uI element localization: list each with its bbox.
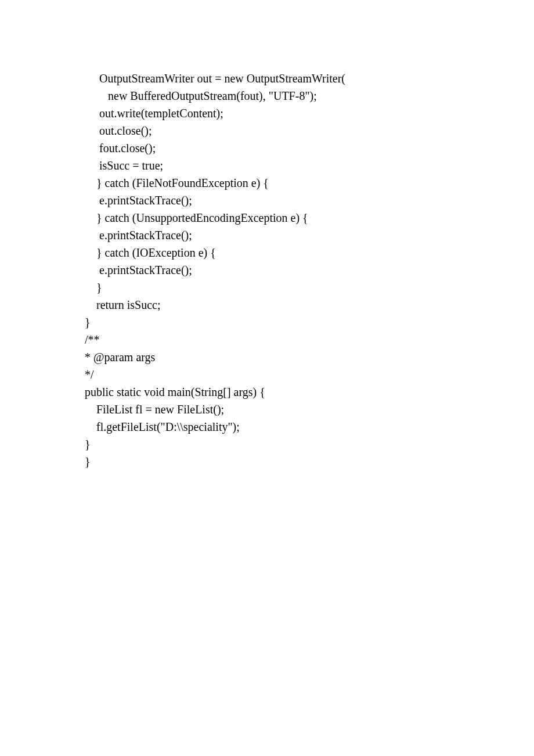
code-line: out.write(templetContent); <box>85 105 534 122</box>
code-line: fout.close(); <box>85 139 534 157</box>
code-line: return isSucc; <box>85 296 534 314</box>
code-line: } <box>85 279 534 296</box>
code-line: e.printStackTrace(); <box>85 192 534 209</box>
code-line: isSucc = true; <box>85 157 534 174</box>
code-line: /** <box>85 331 534 348</box>
code-line: } <box>85 453 534 470</box>
code-line: } catch (UnsupportedEncodingException e)… <box>85 209 534 226</box>
code-line: fl.getFileList("D:\\speciality"); <box>85 418 534 435</box>
code-line: */ <box>85 366 534 383</box>
code-line: FileList fl = new FileList(); <box>85 401 534 418</box>
code-block: OutputStreamWriter out = new OutputStrea… <box>0 0 534 470</box>
code-line: OutputStreamWriter out = new OutputStrea… <box>85 70 534 87</box>
code-line: out.close(); <box>85 122 534 139</box>
code-line: new BufferedOutputStream(fout), "UTF-8")… <box>85 87 534 105</box>
code-line: * @param args <box>85 348 534 366</box>
code-line: public static void main(String[] args) { <box>85 383 534 401</box>
code-line: e.printStackTrace(); <box>85 261 534 279</box>
code-line: } <box>85 314 534 331</box>
code-line: } catch (IOException e) { <box>85 244 534 261</box>
code-line: } catch (FileNotFoundException e) { <box>85 174 534 192</box>
code-line: } <box>85 435 534 453</box>
code-line: e.printStackTrace(); <box>85 226 534 244</box>
